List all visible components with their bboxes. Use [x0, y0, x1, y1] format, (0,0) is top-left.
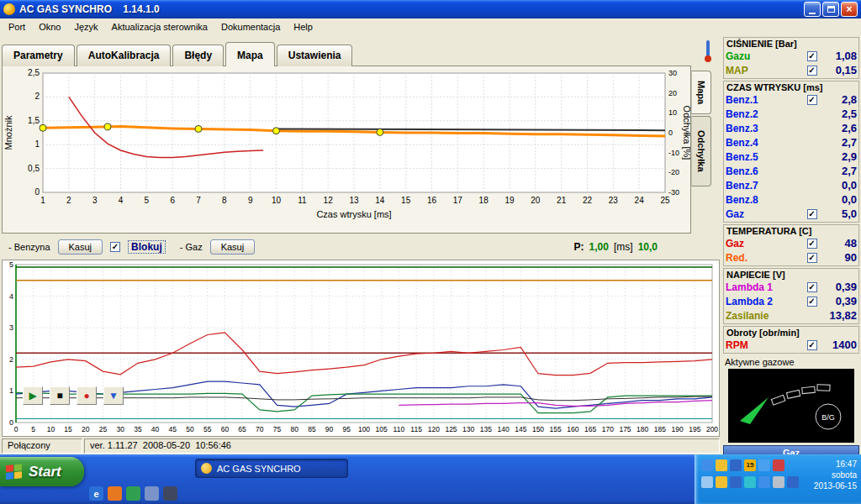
taskbar: Start e AC GAS SYNCHRO 15 16:47 sobota 2…	[0, 454, 861, 504]
tray-row-1: 15	[701, 458, 806, 472]
x-tick-label: 18	[479, 196, 489, 205]
menu-j-zyk[interactable]: Język	[67, 20, 104, 34]
tray-icon-volume[interactable]	[758, 459, 770, 471]
connection-status: Połączony	[2, 438, 82, 454]
x-tick-label: 45	[169, 425, 177, 433]
titlebar[interactable]: AC GAS SYNCHRO 1.14.1.0 ×	[0, 0, 861, 18]
quicklaunch-media-player-icon[interactable]	[163, 486, 177, 501]
quicklaunch-messenger-icon[interactable]	[126, 486, 140, 501]
y-tick-label: 1	[9, 386, 13, 395]
scope-transport-controls: ▶■●▼	[23, 386, 124, 405]
menu-dokumentacja[interactable]: Dokumentacja	[214, 20, 287, 34]
clock-date: 2013-06-15	[814, 480, 857, 491]
menu-okno[interactable]: Okno	[32, 20, 67, 34]
tray-icon-update[interactable]	[716, 459, 727, 471]
tray-icon-energy[interactable]	[716, 476, 727, 488]
kasuj-benzyna-button[interactable]: Kasuj	[58, 239, 103, 255]
tab-autokalibracja[interactable]: AutoKalibracja	[77, 45, 172, 66]
benz-7-label: Benz.7	[726, 180, 806, 192]
checkbox-slot	[806, 239, 818, 249]
tray-icon-security[interactable]	[730, 459, 742, 471]
gaz-checkbox[interactable]	[807, 239, 817, 249]
maximize-button[interactable]	[822, 2, 839, 17]
app-status-bar: Połączony ver. 1.11.27 2008-05-20 10:56:…	[0, 438, 721, 454]
tray-icon-usb[interactable]	[744, 476, 756, 488]
y-axis-title-left: Mnożnik	[3, 115, 13, 150]
tray-icon-display[interactable]	[730, 476, 742, 488]
rpm-checkbox[interactable]	[807, 340, 817, 350]
x-tick-label: 70	[256, 425, 264, 433]
tray-icon-messenger[interactable]	[701, 476, 713, 488]
side-tab-mapa[interactable]: Mapa	[691, 71, 711, 114]
benz-1-checkbox[interactable]	[807, 95, 817, 105]
menu-help[interactable]: Help	[287, 20, 320, 34]
tab-mapa[interactable]: Mapa	[225, 42, 275, 66]
telemetry-row-1-benz-3: Benz.32,6	[726, 121, 857, 135]
taskbar-app-button[interactable]: AC GAS SYNCHRO	[195, 459, 348, 478]
tab-ustawienia[interactable]: Ustawienia	[277, 45, 353, 66]
menu-port[interactable]: Port	[2, 20, 32, 34]
red-label: Red.	[726, 252, 806, 264]
y-tick-label: 2	[34, 92, 40, 101]
lambda-2-checkbox[interactable]	[807, 297, 817, 307]
taskbar-app-label: AC GAS SYNCHRO	[217, 464, 301, 474]
quicklaunch-internet-icon[interactable]: e	[89, 486, 103, 501]
x-tick-label: 24	[635, 196, 645, 205]
gas-level-gauge: B/G	[728, 369, 854, 443]
bg-switch-label[interactable]: B/G	[821, 413, 835, 422]
blokuj-checkbox[interactable]	[110, 242, 120, 252]
y-tick-label: 0	[34, 187, 40, 197]
y-tick-label: 0,5	[28, 164, 40, 173]
checkbox-slot	[806, 340, 818, 350]
y-tick-label: 1,5	[28, 116, 40, 125]
gazu-checkbox[interactable]	[807, 51, 817, 61]
blokuj-label[interactable]: Blokuj	[128, 240, 166, 254]
x-tick-label: 120	[428, 425, 440, 433]
scope-chart[interactable]: 0510152025303540455055606570758085909510…	[3, 260, 719, 436]
tray-icon-alert[interactable]	[773, 459, 784, 471]
telemetry-row-1-benz-4: Benz.42,7	[726, 135, 857, 150]
map-label: MAP	[726, 65, 806, 76]
red-checkbox[interactable]	[807, 253, 817, 263]
y-tick-label: 2	[9, 355, 13, 364]
stop-button[interactable]: ■	[50, 386, 70, 405]
map-node-point	[104, 123, 111, 130]
x-tick-label: 80	[290, 425, 298, 433]
taskbar-clock[interactable]: 16:47 sobota 2013-06-15	[814, 459, 857, 491]
marker-button[interactable]: ▼	[103, 386, 124, 405]
map-node-point	[40, 124, 46, 131]
x-tick-label: 0	[14, 425, 18, 433]
map-checkbox[interactable]	[807, 66, 817, 76]
tray-icon-calendar[interactable]: 15	[744, 459, 756, 471]
tab-b-dy[interactable]: Błędy	[172, 45, 224, 66]
x-tick-label: 35	[134, 425, 142, 433]
map-chart[interactable]: 1234567891011121314151617181920212223242…	[3, 66, 690, 233]
menu-aktualizacja-sterownika[interactable]: Aktualizacja sterownika	[105, 20, 214, 34]
x-tick-label: 23	[609, 196, 619, 205]
tab-parametry[interactable]: Parametry	[2, 45, 75, 66]
quicklaunch-browser-icon[interactable]	[108, 486, 122, 501]
kasuj-gaz-button[interactable]: Kasuj	[210, 239, 256, 255]
play-button[interactable]: ▶	[23, 386, 43, 405]
minimize-button[interactable]	[804, 2, 821, 17]
map-node-point	[377, 129, 383, 135]
x-tick-label: 185	[654, 425, 666, 433]
lambda-1-checkbox[interactable]	[807, 282, 817, 292]
record-button[interactable]: ●	[77, 386, 97, 405]
close-button[interactable]: ×	[841, 2, 858, 17]
checkbox-slot	[806, 95, 818, 105]
lambda-2-label: Lambda 2	[726, 296, 806, 307]
tray-icon-printer[interactable]	[773, 476, 784, 488]
maximize-icon	[827, 6, 835, 13]
tray-icon-lan[interactable]	[787, 476, 799, 488]
start-label: Start	[29, 464, 61, 480]
tray-icon-sync[interactable]	[758, 476, 770, 488]
active-injectors-label: Aktywne gazowe	[723, 355, 859, 369]
tray-icon-network[interactable]	[701, 459, 713, 471]
start-button[interactable]: Start	[0, 457, 84, 486]
gaz-label: Gaz	[726, 238, 806, 249]
gaz-checkbox[interactable]	[807, 209, 817, 219]
tab-bar: ParametryAutoKalibracjaBłędyMapaUstawien…	[2, 39, 354, 66]
quicklaunch-show-desktop-icon[interactable]	[145, 486, 159, 501]
side-tab-odchy-ka[interactable]: Odchyłka	[691, 116, 711, 186]
